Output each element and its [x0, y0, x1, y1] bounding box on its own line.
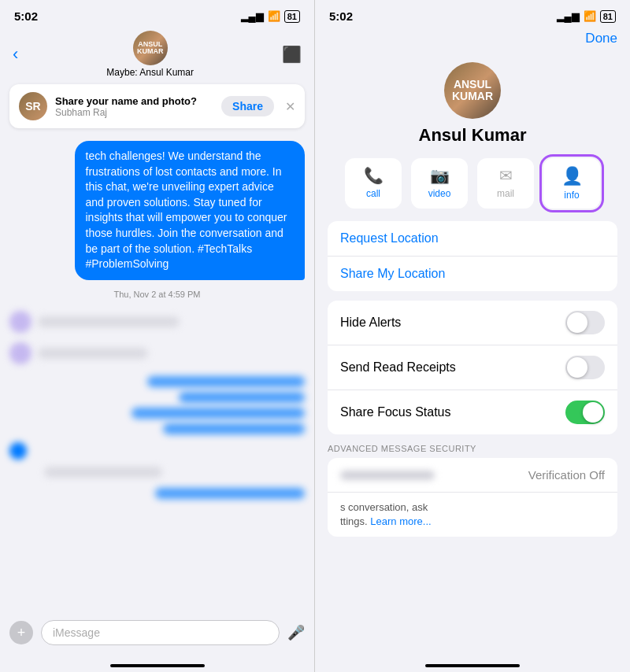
- back-button[interactable]: ‹: [13, 44, 18, 65]
- battery-right: 81: [600, 10, 616, 23]
- wifi-icon-right: 📶: [584, 10, 596, 22]
- video-button[interactable]: 📷 video: [411, 158, 468, 209]
- security-blurred-value: [340, 471, 435, 480]
- security-desc-2: ttings.: [340, 515, 368, 527]
- signal-icon-left: ▂▄▆: [241, 10, 264, 22]
- hide-alerts-toggle[interactable]: [565, 311, 605, 334]
- blurred-sent-5: [155, 488, 305, 499]
- messages-area: tech challenges! We understand the frust…: [0, 135, 314, 614]
- home-indicator-right: [315, 661, 630, 672]
- blurred-message-1: [9, 311, 305, 333]
- focus-status-knob: [583, 402, 603, 423]
- right-nav: Done: [315, 28, 630, 54]
- message-input[interactable]: iMessage: [41, 620, 280, 645]
- call-label: call: [366, 188, 380, 199]
- call-icon: 📞: [364, 166, 384, 185]
- mail-icon: ✉: [499, 166, 513, 185]
- blurred-avatar-2: [9, 342, 32, 364]
- home-bar-right: [425, 664, 520, 667]
- share-banner-close[interactable]: ✕: [285, 99, 295, 114]
- security-row: Verification Off: [328, 458, 617, 493]
- status-icons-left: ▂▄▆ 📶 81: [241, 10, 300, 23]
- status-time-left: 5:02: [14, 9, 38, 23]
- left-panel: 5:02 ▂▄▆ 📶 81 ‹ ANSULKUMAR Maybe: Ansul …: [0, 0, 315, 672]
- done-button[interactable]: Done: [585, 31, 617, 46]
- video-call-button[interactable]: ⬛: [282, 45, 302, 64]
- location-section: Request Location Share My Location: [328, 221, 617, 291]
- info-icon: 👤: [561, 166, 583, 186]
- share-name-button[interactable]: Share: [221, 96, 274, 116]
- hide-alerts-row: Hide Alerts: [328, 301, 617, 345]
- share-banner-title: Share your name and photo?: [55, 95, 213, 107]
- read-receipts-knob: [567, 357, 587, 378]
- info-button[interactable]: 👤 info: [543, 158, 600, 209]
- security-description: s conversation, ask ttings. Learn more..…: [328, 493, 617, 537]
- focus-status-label: Share Focus Status: [340, 405, 451, 419]
- blurred-avatar-1: [9, 311, 32, 333]
- security-desc-1: s conversation, ask: [340, 501, 428, 513]
- video-icon: 📷: [430, 166, 450, 185]
- contact-avatar-nav[interactable]: ANSULKUMAR Maybe: Ansul Kumar: [106, 31, 194, 78]
- input-bar: + iMessage 🎤: [0, 614, 314, 661]
- security-section: Verification Off s conversation, ask tti…: [328, 458, 617, 537]
- share-banner-avatar: SR: [19, 92, 47, 120]
- contact-full-name: Ansul Kumar: [419, 125, 527, 146]
- read-receipts-label: Send Read Receipts: [340, 360, 456, 375]
- request-location-row[interactable]: Request Location: [328, 221, 617, 257]
- read-receipts-toggle[interactable]: [565, 356, 605, 379]
- blurred-sent-2: [179, 392, 305, 403]
- sent-message-bubble: tech challenges! We understand the frust…: [75, 141, 306, 280]
- blurred-dot-1: [9, 442, 27, 460]
- status-bar-left: 5:02 ▂▄▆ 📶 81: [0, 0, 314, 28]
- right-panel: 5:02 ▂▄▆ 📶 81 Done ANSULKUMAR Ansul Kuma…: [315, 0, 630, 672]
- share-banner: SR Share your name and photo? Subham Raj…: [9, 84, 305, 128]
- avatar-image-small: ANSULKUMAR: [133, 31, 168, 65]
- video-label: video: [428, 188, 451, 199]
- call-button[interactable]: 📞 call: [345, 158, 402, 209]
- share-banner-subtitle: Subham Raj: [55, 107, 213, 118]
- blurred-message-2: [9, 342, 305, 364]
- nav-bar: ‹ ANSULKUMAR Maybe: Ansul Kumar ⬛: [0, 28, 314, 84]
- blurred-block-left-3: [44, 467, 162, 478]
- toggle-section: Hide Alerts Send Read Receipts Share Foc…: [328, 301, 617, 434]
- blurred-sent-4: [163, 423, 305, 434]
- microphone-icon[interactable]: 🎤: [287, 624, 305, 641]
- blurred-sent-1: [147, 376, 305, 387]
- action-buttons-row: 📞 call 📷 video ✉ mail 👤 info: [315, 158, 630, 221]
- home-bar-left: [110, 664, 205, 667]
- status-icons-right: ▂▄▆ 📶 81: [557, 10, 616, 23]
- status-bar-right: 5:02 ▂▄▆ 📶 81: [315, 0, 630, 28]
- contact-section: ANSULKUMAR Ansul Kumar: [315, 54, 630, 158]
- read-receipts-row: Send Read Receipts: [328, 345, 617, 390]
- mail-label: mail: [497, 188, 514, 199]
- security-status: Verification Off: [528, 468, 605, 482]
- hide-alerts-label: Hide Alerts: [340, 316, 401, 330]
- avatar-text: ANSULKUMAR: [452, 79, 493, 103]
- share-location-row[interactable]: Share My Location: [328, 257, 617, 291]
- message-timestamp: Thu, Nov 2 at 4:59 PM: [9, 290, 305, 299]
- blurred-block-left-2: [38, 348, 148, 359]
- signal-icon-right: ▂▄▆: [557, 10, 580, 22]
- contact-name-nav: Maybe: Ansul Kumar: [106, 67, 194, 78]
- info-label: info: [564, 190, 579, 201]
- learn-more-link[interactable]: Learn more...: [370, 515, 431, 527]
- wifi-icon-left: 📶: [268, 10, 280, 22]
- focus-status-row: Share Focus Status: [328, 390, 617, 434]
- mail-button[interactable]: ✉ mail: [477, 158, 534, 209]
- security-section-label: ADVANCED MESSAGE SECURITY: [315, 444, 630, 458]
- attachment-button[interactable]: +: [9, 621, 33, 644]
- blurred-block-left-1: [38, 316, 180, 327]
- share-banner-text-block: Share your name and photo? Subham Raj: [55, 95, 213, 118]
- blurred-message-3: [9, 467, 305, 478]
- focus-status-toggle[interactable]: [565, 401, 605, 424]
- home-indicator-left: [0, 661, 314, 672]
- hide-alerts-knob: [567, 312, 587, 333]
- contact-avatar-large: ANSULKUMAR: [444, 62, 501, 119]
- status-time-right: 5:02: [329, 9, 353, 23]
- battery-left: 81: [284, 10, 300, 23]
- blurred-sent-3: [132, 408, 305, 419]
